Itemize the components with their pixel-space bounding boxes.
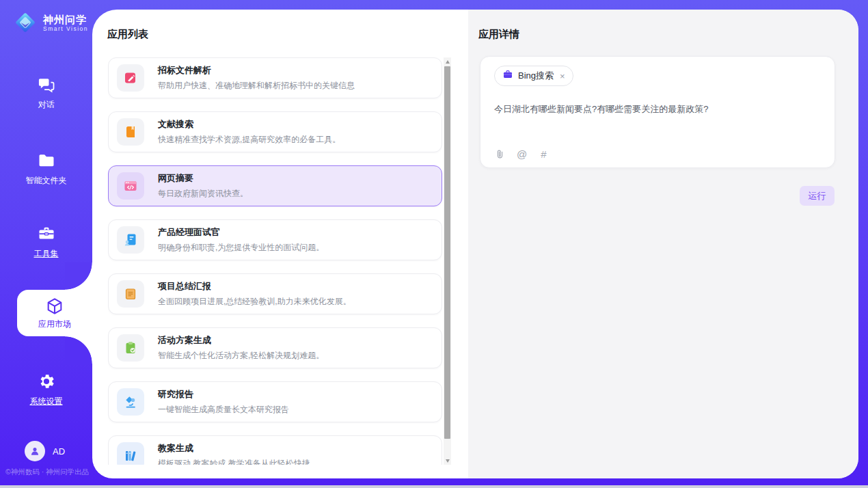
bottom-edge-strip <box>0 485 868 488</box>
app-list: 招标文件解析 帮助用户快速、准确地理解和解析招标书中的关键信息 文献搜索 快速精… <box>108 57 442 465</box>
tool-chip-label: Bing搜索 <box>518 70 554 82</box>
lesson-icon <box>117 442 144 465</box>
book-icon <box>117 118 144 146</box>
scrollbar-thumb[interactable] <box>444 66 450 439</box>
app-name: 招标文件解析 <box>158 64 355 77</box>
sidebar-item-tools[interactable]: 工具集 <box>0 224 92 260</box>
logo-title: 神州问学 <box>43 14 88 25</box>
app-name: 项目总结汇报 <box>158 280 351 293</box>
app-description: 智能生成个性化活动方案,轻松解决规划难题。 <box>158 350 324 362</box>
app-card-lesson[interactable]: 教案生成 模板驱动,教案妙成,教学准备从此轻松快捷 <box>108 435 442 465</box>
app-card-research[interactable]: 研究报告 一键智能生成高质量长文本研究报告 <box>108 381 442 422</box>
app-description: 全面回顾项目进展,总结经验教训,助力未来优化发展。 <box>158 296 351 308</box>
note-icon <box>117 280 144 308</box>
app-description: 每日政府新闻资讯快查。 <box>158 188 248 200</box>
paperclip-icon[interactable] <box>494 148 506 160</box>
logo-subtitle: Smart Vision <box>43 25 88 32</box>
sidebar-item-label: 对话 <box>38 99 55 111</box>
app-card-interview[interactable]: 产品经理面试官 明确身份和职责,为您提供专业性的面试问题。 <box>108 219 442 260</box>
app-name: 教案生成 <box>158 442 310 455</box>
sidebar-item-chat[interactable]: 对话 <box>0 75 92 111</box>
chip-close-icon[interactable]: × <box>560 72 565 81</box>
main-content: 应用列表 招标文件解析 帮助用户快速、准确地理解和解析招标书中的关键信息 文献搜… <box>92 10 858 478</box>
web-icon <box>117 172 144 200</box>
tool-chip-bing-search[interactable]: Bing搜索 × <box>494 66 573 86</box>
app-name: 文献搜索 <box>158 118 340 131</box>
app-description: 一键智能生成高质量长文本研究报告 <box>158 404 289 416</box>
scrollbar[interactable] <box>444 57 451 465</box>
app-card-web[interactable]: 网页摘要 每日政府新闻资讯快查。 <box>108 165 442 206</box>
app-name: 产品经理面试官 <box>158 226 324 239</box>
app-description: 明确身份和职责,为您提供专业性的面试问题。 <box>158 242 324 254</box>
interview-icon <box>117 226 144 254</box>
composer-toolbar: @# <box>494 148 550 160</box>
sidebar-item-folders[interactable]: 智能文件夹 <box>0 151 92 187</box>
app-logo: 神州问学 Smart Vision <box>12 10 88 36</box>
sidebar-item-market[interactable]: 应用市场 <box>17 290 92 336</box>
hash-icon[interactable]: # <box>538 148 550 160</box>
scroll-up-arrow-icon[interactable] <box>444 57 451 66</box>
prompt-text[interactable]: 今日湖北有哪些新闻要点?有哪些需要关注的最新政策? <box>494 103 821 116</box>
app-card-tender[interactable]: 招标文件解析 帮助用户快速、准确地理解和解析招标书中的关键信息 <box>108 57 442 98</box>
app-description: 帮助用户快速、准确地理解和解析招标书中的关键信息 <box>158 80 355 92</box>
prompt-card: Bing搜索 × 今日湖北有哪些新闻要点?有哪些需要关注的最新政策? @# <box>480 56 835 168</box>
cube-icon <box>45 297 64 316</box>
app-card-literature[interactable]: 文献搜索 快速精准查找学术资源,提高研究效率的必备工具。 <box>108 111 442 152</box>
sidebar-item-settings[interactable]: 系统设置 <box>0 372 92 407</box>
run-button[interactable]: 运行 <box>800 186 835 206</box>
app-detail-title: 应用详情 <box>478 28 519 41</box>
gear-icon <box>37 372 56 391</box>
user-name: AD <box>53 446 65 457</box>
sidebar-item-label: 应用市场 <box>38 318 71 330</box>
app-detail-panel: 应用详情 Bing搜索 × 今日湖北有哪些新闻要点?有哪些需要关注的最新政策? … <box>468 10 858 478</box>
logo-diamond-icon <box>12 10 38 36</box>
sidebar-item-label: 智能文件夹 <box>26 175 67 187</box>
chat-icon <box>37 75 56 94</box>
briefcase-icon <box>502 69 513 83</box>
user-account-button[interactable]: AD <box>25 441 65 461</box>
sidebar-item-label: 工具集 <box>34 248 59 260</box>
app-description: 快速精准查找学术资源,提高研究效率的必备工具。 <box>158 134 340 146</box>
app-name: 网页摘要 <box>158 172 248 185</box>
at-icon[interactable]: @ <box>516 148 528 160</box>
app-description: 模板驱动,教案妙成,教学准备从此轻松快捷 <box>158 458 310 465</box>
activity-icon <box>117 334 144 362</box>
tender-icon <box>117 64 144 92</box>
app-name: 研究报告 <box>158 388 289 401</box>
app-card-activity[interactable]: 活动方案生成 智能生成个性化活动方案,轻松解决规划难题。 <box>108 327 442 368</box>
app-name: 活动方案生成 <box>158 334 324 347</box>
avatar <box>25 441 45 461</box>
sidebar: 神州问学 Smart Vision 对话 智能文件夹 工具集 应用市场 系统设置… <box>0 0 92 478</box>
app-list-panel: 应用列表 招标文件解析 帮助用户快速、准确地理解和解析招标书中的关键信息 文献搜… <box>92 10 468 478</box>
sidebar-footer-text: ©神州数码 · 神州问学出品 <box>5 467 92 477</box>
research-icon <box>117 388 144 416</box>
sidebar-item-label: 系统设置 <box>30 396 63 407</box>
folder-icon <box>37 151 56 170</box>
app-card-summary[interactable]: 项目总结汇报 全面回顾项目进展,总结经验教训,助力未来优化发展。 <box>108 273 442 314</box>
app-list-title: 应用列表 <box>107 28 148 41</box>
scroll-down-arrow-icon[interactable] <box>444 457 451 465</box>
toolbox-icon <box>37 224 56 243</box>
